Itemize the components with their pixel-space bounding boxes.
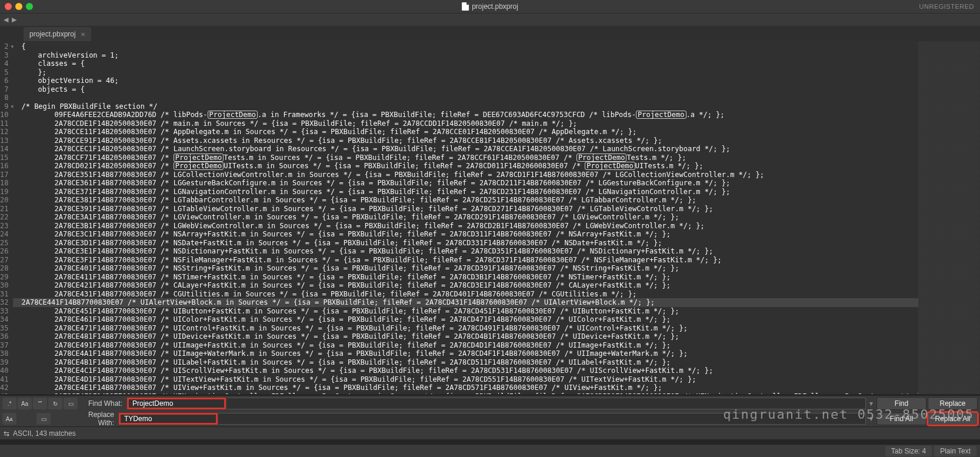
tab-bar: project.pbxproj ✕ xyxy=(0,26,980,41)
replace-input-highlight[interactable] xyxy=(119,413,218,425)
whole-word-toggle[interactable]: “” xyxy=(33,398,47,409)
replace-input[interactable] xyxy=(219,413,866,425)
close-icon[interactable] xyxy=(5,3,12,10)
match-status-bar: ⇆ ASCII, 143 matches xyxy=(0,426,980,439)
switch-panel-icon[interactable]: ⇆ xyxy=(4,429,9,438)
close-icon[interactable]: ✕ xyxy=(81,31,85,38)
find-replace-panel: .* Aa “” ↻ ▭ Find What: ▾ Find Replace A… xyxy=(0,395,980,426)
nav-back-icon[interactable]: ◀ xyxy=(4,16,8,24)
editor[interactable]: 2345678910111213141516171819202122232425… xyxy=(0,41,918,394)
match-status: ASCII, 143 matches xyxy=(13,429,76,438)
preserve-case-toggle[interactable]: Aᴀ xyxy=(2,413,16,425)
nav-forward-icon[interactable]: ▶ xyxy=(12,16,16,24)
code-area[interactable]: {archiveVersion = 1;classes = {};objectV… xyxy=(13,41,918,394)
chevron-down-icon[interactable]: ▾ xyxy=(867,415,875,423)
minimize-icon[interactable] xyxy=(15,3,22,10)
in-selection-toggle[interactable]: ▭ xyxy=(64,398,78,409)
replace-all-button[interactable]: Replace All xyxy=(928,412,978,425)
chevron-down-icon[interactable]: ▾ xyxy=(867,399,875,408)
tab-size-button[interactable]: Tab Size: 4 xyxy=(885,446,932,456)
status-bar: Tab Size: 4 Plain Text xyxy=(0,444,980,457)
tab-project[interactable]: project.pbxproj ✕ xyxy=(24,27,91,41)
line-gutter: 2345678910111213141516171819202122232425… xyxy=(0,41,13,394)
maximize-icon[interactable] xyxy=(26,3,33,10)
window-title: project.pbxproj xyxy=(472,2,518,11)
find-button[interactable]: Find xyxy=(876,397,926,410)
unregistered-label: UNREGISTERED xyxy=(919,3,974,10)
highlight-toggle[interactable]: ▭ xyxy=(36,413,51,425)
replace-button[interactable]: Replace xyxy=(928,397,978,410)
replace-label: Replace With: xyxy=(71,411,118,427)
minimap[interactable] xyxy=(918,41,980,394)
find-input-highlight[interactable] xyxy=(127,398,226,409)
find-label: Find What: xyxy=(79,399,126,408)
titlebar: project.pbxproj UNREGISTERED xyxy=(0,0,980,13)
syntax-button[interactable]: Plain Text xyxy=(934,446,976,456)
document-icon xyxy=(462,2,469,11)
toolbar: ◀ ▶ xyxy=(0,13,980,26)
wrap-toggle[interactable]: ↻ xyxy=(48,398,62,409)
case-toggle[interactable]: Aa xyxy=(18,398,32,409)
find-input[interactable] xyxy=(227,398,866,409)
find-all-button[interactable]: Find All xyxy=(876,412,926,425)
tab-label: project.pbxproj xyxy=(29,30,76,38)
regex-toggle[interactable]: .* xyxy=(2,398,16,409)
